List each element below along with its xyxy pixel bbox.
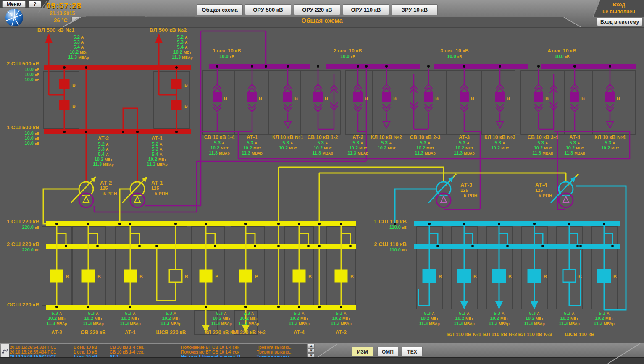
- nav-zru-10kv[interactable]: ЗРУ 10 кВ: [392, 4, 438, 15]
- bus-connection-dot: [174, 223, 177, 225]
- breaker-10kv[interactable]: [534, 92, 543, 102]
- bay-outline-box: [145, 227, 187, 306]
- log-entry[interactable]: 20.10 15:26:35.434 ПС1 1 сек. 10 кВ СВ 1…: [10, 350, 307, 354]
- breaker-220kv[interactable]: [50, 270, 63, 282]
- breaker-110kv[interactable]: [423, 270, 436, 282]
- disconnector-chevrons: [535, 84, 542, 92]
- breaker-b-label: В: [139, 274, 143, 279]
- login-button[interactable]: Вход в систему: [597, 18, 642, 26]
- breaker-10kv[interactable]: [353, 92, 363, 102]
- transformer-at-3[interactable]: [428, 174, 456, 207]
- nav-oru-220kv[interactable]: ОРУ 220 кВ: [294, 4, 340, 15]
- login-status-box: Вход не выполнен: [594, 0, 644, 17]
- scroll-up-button[interactable]: ▲: [308, 344, 315, 348]
- breaker-10kv[interactable]: [424, 92, 433, 102]
- breaker-500kv[interactable]: [171, 79, 182, 89]
- breaker-500kv[interactable]: [59, 79, 70, 89]
- breaker-10kv[interactable]: [247, 92, 257, 102]
- scroll-down-button[interactable]: ▼: [308, 348, 315, 353]
- power-line: [157, 226, 176, 301]
- breaker-110kv[interactable]: [458, 270, 471, 282]
- bus-connection-dot: [85, 131, 87, 133]
- bus-connection-dot: [573, 65, 576, 68]
- breaker-500kv[interactable]: [59, 100, 70, 110]
- log-type: Тревога выклю...: [257, 350, 292, 354]
- bus-sec2-10kv[interactable]: [326, 64, 420, 69]
- log-message: Положение ВТ СВ 10 1-4 сек: [181, 345, 239, 350]
- power-line: [604, 233, 612, 244]
- breaker-500kv[interactable]: [171, 100, 182, 110]
- transformer-at-1[interactable]: [122, 176, 147, 207]
- breaker-220kv[interactable]: [124, 270, 137, 282]
- breaker-10kv[interactable]: [213, 92, 222, 102]
- breaker-10kv[interactable]: [313, 92, 323, 102]
- bus-2ssh-500kv[interactable]: [44, 65, 191, 70]
- breaker-10kv[interactable]: [382, 92, 391, 102]
- bus-sec1-10kv[interactable]: [209, 64, 310, 69]
- log-entry[interactable]: 20.10 15:26:54.324 ПС1 1 сек. 10 кВ СВ 1…: [10, 345, 307, 350]
- bus-sec4-10kv[interactable]: [541, 64, 636, 69]
- bus-sec3-10kv[interactable]: [434, 64, 528, 69]
- disconnector-chevrons: [571, 104, 578, 112]
- bus-osh-220kv[interactable]: [46, 305, 356, 310]
- bus-connection-dot: [254, 245, 256, 247]
- breaker-b-label: В: [613, 274, 617, 279]
- breaker-b-label: В: [255, 274, 258, 279]
- breaker-10kv[interactable]: [495, 92, 505, 102]
- clock-time: 09:57:28: [46, 1, 81, 10]
- bus-1ssh-110kv[interactable]: [414, 221, 620, 226]
- breaker-220kv[interactable]: [293, 270, 305, 282]
- log-message: Положение ВТ СВ 10 1-4 сек: [181, 350, 239, 354]
- menu-button[interactable]: Меню: [2, 1, 26, 8]
- scada-substation-screen: { "breaker_letter": "В", "header": { "me…: [0, 0, 644, 364]
- breaker-b-label: В: [471, 96, 474, 101]
- nav-obschaya-schema[interactable]: Общая схема: [197, 4, 243, 15]
- cable-end-triangle: [284, 122, 291, 128]
- bus-connection-dot: [214, 245, 216, 247]
- power-line: [57, 233, 66, 244]
- breaker-220kv[interactable]: [335, 270, 347, 282]
- breaker-220kv[interactable]: [200, 270, 212, 282]
- disconnector-chevrons: [496, 104, 504, 112]
- page-title-tab: Общая схема: [63, 17, 581, 27]
- bus-2ssh-220kv[interactable]: [46, 244, 356, 249]
- disconnector-chevrons: [314, 104, 322, 112]
- breaker-220kv-open[interactable]: [169, 270, 182, 282]
- help-button[interactable]: ?: [29, 1, 41, 8]
- log-scrollbar[interactable]: ▲ ▼ ▼: [308, 344, 315, 358]
- breaker-110kv[interactable]: [528, 270, 541, 282]
- breaker-b-label: В: [544, 274, 547, 279]
- bus-connection-dot: [357, 65, 359, 68]
- breaker-10kv[interactable]: [283, 92, 292, 102]
- breaker-220kv[interactable]: [82, 270, 95, 282]
- nav-oru-110kv[interactable]: ОРУ 110 кВ: [343, 4, 389, 15]
- breaker-b-label: В: [184, 83, 188, 88]
- nav-oru-500kv[interactable]: ОРУ 500 кВ: [245, 4, 291, 15]
- disconnector-chevrons: [571, 84, 578, 92]
- breaker-10kv[interactable]: [605, 92, 615, 102]
- breaker-110kv-open[interactable]: [563, 270, 576, 282]
- power-line: [499, 233, 507, 244]
- bus-2ssh-110kv[interactable]: [414, 244, 620, 249]
- breaker-110kv[interactable]: [598, 270, 610, 282]
- transformer-at-4[interactable]: [551, 174, 578, 207]
- transformer-at-2[interactable]: [71, 176, 96, 207]
- breaker-10kv[interactable]: [460, 92, 469, 102]
- breaker-b-label: В: [473, 274, 477, 279]
- breaker-220kv[interactable]: [239, 270, 252, 282]
- teh-button[interactable]: ТЕХ: [402, 347, 423, 356]
- disconnector-chevrons: [213, 104, 221, 112]
- omp-button[interactable]: ОМП: [377, 347, 398, 356]
- page-title: Общая схема: [63, 17, 581, 24]
- bus-1ssh-500kv[interactable]: [44, 129, 191, 134]
- power-line: [246, 233, 255, 244]
- log-alarm-icon[interactable]: [1, 344, 9, 357]
- event-log-panel[interactable]: 20.10 15:26:54.324 ПС1 1 сек. 10 кВ СВ 1…: [1, 344, 307, 358]
- bus-connection-dot: [287, 65, 289, 68]
- bus-connection-dot: [318, 223, 321, 225]
- breaker-10kv[interactable]: [570, 92, 579, 102]
- breaker-110kv[interactable]: [493, 270, 505, 282]
- izm-button[interactable]: ИЗМ: [352, 347, 373, 356]
- bus-1ssh-220kv[interactable]: [46, 221, 356, 226]
- bus-connection-dot: [318, 245, 321, 247]
